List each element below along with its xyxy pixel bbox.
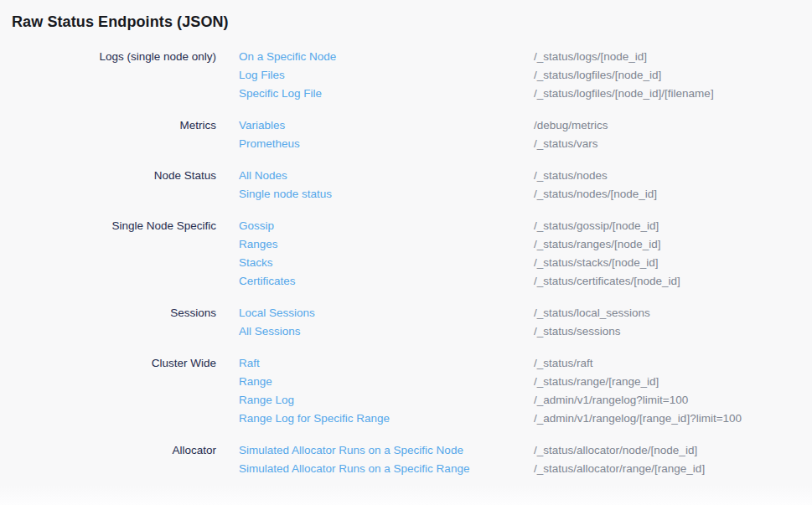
endpoint-path: /_status/allocator/node/[node_id] [534,441,812,460]
debug-endpoints-page: Raw Status Endpoints (JSON) Logs (single… [0,0,812,505]
endpoint-link[interactable]: Ranges [239,235,511,254]
endpoint-path: /_status/ranges/[node_id] [534,235,812,254]
endpoint-section: Allocator Simulated Allocator Runs on a … [12,441,812,478]
endpoint-path: /_status/raft [534,354,812,373]
endpoint-path: /_status/certificates/[node_id] [534,272,812,291]
endpoint-row: All Sessions /_status/sessions [239,322,812,341]
category-label: Logs (single node only) [12,48,216,103]
endpoint-link[interactable]: On a Specific Node [239,48,511,66]
endpoint-rows: Simulated Allocator Runs on a Specific N… [239,441,812,478]
category-label: Single Node Specific [12,217,216,291]
endpoint-row: Specific Log File /_status/logfiles/[nod… [239,85,812,103]
endpoint-row: Gossip /_status/gossip/[node_id] [239,217,812,235]
endpoint-link[interactable]: Variables [239,116,511,135]
endpoint-path: /_admin/v1/rangelog/[range_id]?limit=100 [534,410,812,428]
endpoint-section: Node Status All Nodes /_status/nodes Sin… [12,167,812,204]
endpoint-row: Log Files /_status/logfiles/[node_id] [239,66,812,85]
endpoint-rows: All Nodes /_status/nodes Single node sta… [239,167,812,204]
endpoint-link[interactable]: Raft [239,354,511,373]
endpoint-link[interactable]: All Nodes [239,167,511,185]
endpoint-link[interactable]: Gossip [239,217,511,235]
endpoint-path: /_status/nodes [534,167,812,185]
endpoint-path: /_status/stacks/[node_id] [534,254,812,272]
endpoint-path: /_status/logs/[node_id] [534,48,812,66]
endpoint-sections: Logs (single node only) On a Specific No… [12,48,812,478]
endpoint-rows: On a Specific Node /_status/logs/[node_i… [239,48,812,103]
endpoint-section: Single Node Specific Gossip /_status/gos… [12,217,812,291]
endpoint-row: Prometheus /_status/vars [239,135,812,153]
endpoint-section: Logs (single node only) On a Specific No… [12,48,812,103]
endpoint-row: Ranges /_status/ranges/[node_id] [239,235,812,254]
endpoint-path: /debug/metrics [534,116,812,135]
endpoint-link[interactable]: Local Sessions [239,304,511,322]
endpoint-path: /_status/logfiles/[node_id] [534,66,812,85]
endpoint-link[interactable]: Range Log [239,391,511,410]
endpoint-row: Certificates /_status/certificates/[node… [239,272,812,291]
endpoint-link[interactable]: Stacks [239,254,511,272]
endpoint-row: On a Specific Node /_status/logs/[node_i… [239,48,812,66]
page-title: Raw Status Endpoints (JSON) [12,11,812,33]
endpoint-rows: Raft /_status/raft Range /_status/range/… [239,354,812,428]
endpoint-row: Local Sessions /_status/local_sessions [239,304,812,322]
endpoint-row: Simulated Allocator Runs on a Specific N… [239,441,812,460]
endpoint-path: /_status/gossip/[node_id] [534,217,812,235]
endpoint-link[interactable]: Log Files [239,66,511,85]
endpoint-row: Raft /_status/raft [239,354,812,373]
endpoint-row: Range Log for Specific Range /_admin/v1/… [239,410,812,428]
endpoint-rows: Gossip /_status/gossip/[node_id] Ranges … [239,217,812,291]
endpoint-row: Range Log /_admin/v1/rangelog?limit=100 [239,391,812,410]
endpoint-path: /_admin/v1/rangelog?limit=100 [534,391,812,410]
category-label: Node Status [12,167,216,204]
endpoint-row: All Nodes /_status/nodes [239,167,812,185]
endpoint-link[interactable]: Simulated Allocator Runs on a Specific N… [239,441,511,460]
category-label: Allocator [12,441,216,478]
category-label: Metrics [12,116,216,153]
endpoint-row: Stacks /_status/stacks/[node_id] [239,254,812,272]
endpoint-row: Variables /debug/metrics [239,116,812,135]
endpoint-row: Simulated Allocator Runs on a Specific R… [239,460,812,478]
endpoint-link[interactable]: Range [239,373,511,391]
category-label: Sessions [12,304,216,341]
endpoint-rows: Variables /debug/metrics Prometheus /_st… [239,116,812,153]
endpoint-link[interactable]: Prometheus [239,135,511,153]
endpoint-path: /_status/local_sessions [534,304,812,322]
endpoint-section: Metrics Variables /debug/metrics Prometh… [12,116,812,153]
endpoint-link[interactable]: Simulated Allocator Runs on a Specific R… [239,460,511,478]
endpoint-link[interactable]: All Sessions [239,322,511,341]
endpoint-link[interactable]: Specific Log File [239,85,511,103]
endpoint-link[interactable]: Certificates [239,272,511,291]
endpoint-path: /_status/allocator/range/[range_id] [534,460,812,478]
endpoint-section: Cluster Wide Raft /_status/raft Range /_… [12,354,812,428]
endpoint-section: Sessions Local Sessions /_status/local_s… [12,304,812,341]
endpoint-path: /_status/vars [534,135,812,153]
endpoint-link[interactable]: Single node status [239,185,511,204]
endpoint-row: Single node status /_status/nodes/[node_… [239,185,812,204]
endpoint-path: /_status/logfiles/[node_id]/[filename] [534,85,812,103]
endpoint-path: /_status/range/[range_id] [534,373,812,391]
endpoint-row: Range /_status/range/[range_id] [239,373,812,391]
endpoint-rows: Local Sessions /_status/local_sessions A… [239,304,812,341]
category-label: Cluster Wide [12,354,216,428]
endpoint-path: /_status/sessions [534,322,812,341]
endpoint-path: /_status/nodes/[node_id] [534,185,812,204]
endpoint-link[interactable]: Range Log for Specific Range [239,410,511,428]
